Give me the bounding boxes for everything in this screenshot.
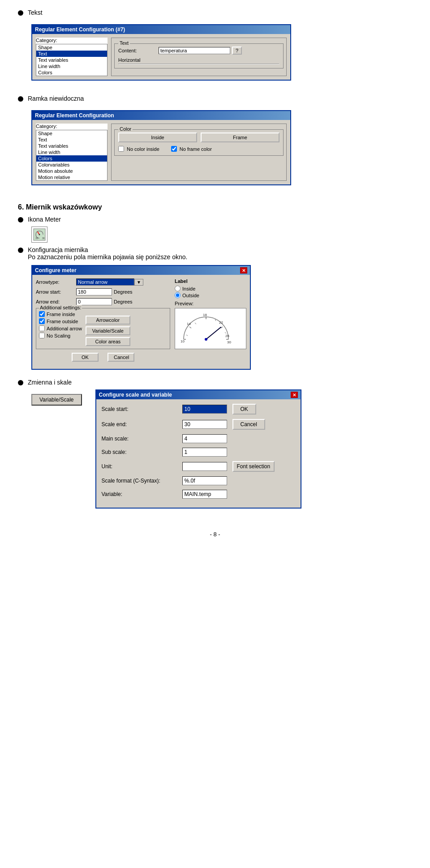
- tekst-label: Tekst: [28, 9, 43, 16]
- no-scaling-check[interactable]: [39, 333, 45, 338]
- frame-inside-item: Frame inside: [39, 311, 82, 317]
- d2-cat-textvars[interactable]: Text variables: [36, 143, 107, 149]
- cat-textvars[interactable]: Text variables: [36, 57, 107, 63]
- arrow-end-row: Arrow end: Degrees: [36, 298, 170, 305]
- unit-row: Unit: Font selection: [102, 461, 295, 472]
- additional-arrow-item: Additional arrow: [39, 325, 82, 331]
- arrow-end-label: Arrow end:: [36, 299, 76, 304]
- dialog2-title: Regular Element Configuration: [35, 112, 114, 119]
- scale-format-label: Scale format (C-Syntax):: [102, 478, 182, 484]
- meter-cancel-btn[interactable]: Cancel: [108, 353, 134, 362]
- dialog2-right-panel: Color Inside Frame No color inside No fr…: [111, 124, 287, 181]
- d2-cat-text[interactable]: Text: [36, 137, 107, 143]
- frame-outside-item: Frame outside: [39, 318, 82, 324]
- dialog1-content-label: Content:: [118, 48, 159, 53]
- konfiguracja-title: Konfiguracja miernika: [28, 246, 187, 253]
- meter-body: Arrowtype: Normal arrow ▼ Arrow start: D…: [32, 275, 250, 369]
- color-areas-btn[interactable]: Color areas: [86, 337, 130, 346]
- arrow-start-input[interactable]: [76, 288, 112, 295]
- preview-box: 10 14 18 22 26 30: [175, 308, 246, 349]
- variable-scale-btn2[interactable]: Variable/Scale: [86, 326, 130, 335]
- dialog1-layout: Category: Shape Text Text variables Line…: [36, 38, 287, 76]
- scale-title: Configure scale and variable: [99, 392, 172, 398]
- dialog1-horizontal-label: Horizontal: [118, 57, 141, 63]
- dialog2-titlebar: Regular Element Configuration: [32, 111, 290, 120]
- main-scale-row: Main scale:: [102, 434, 295, 443]
- scale-end-input[interactable]: [182, 420, 227, 429]
- dialog1-category-panel: Category: Shape Text Text variables Line…: [36, 38, 108, 76]
- main-scale-input[interactable]: [182, 434, 227, 443]
- d2-cat-motion-rel[interactable]: Motion relative: [36, 174, 107, 180]
- cat-text[interactable]: Text: [36, 51, 107, 57]
- arrowtype-row: Arrowtype: Normal arrow ▼: [36, 278, 170, 286]
- scale-start-label: Scale start:: [102, 406, 182, 412]
- dialog1-title: Regular Element Configuration (#7): [35, 26, 125, 33]
- scale-titlebar: Configure scale and variable ✕: [96, 390, 301, 399]
- arrow-start-row: Arrow start: Degrees: [36, 288, 170, 295]
- d2-cat-shape[interactable]: Shape: [36, 130, 107, 137]
- dialog2-no-color-label: No color inside: [127, 146, 159, 152]
- frame-inside-check[interactable]: [39, 311, 45, 317]
- sub-scale-input[interactable]: [182, 448, 227, 457]
- unit-input[interactable]: [182, 462, 227, 471]
- arrowtype-dropdown[interactable]: ▼: [134, 279, 143, 286]
- dialog2-layout: Category: Shape Text Text variables Line…: [36, 124, 287, 181]
- meter-close-btn[interactable]: ✕: [240, 267, 247, 274]
- d2-cat-colorvars[interactable]: Colorvariables: [36, 162, 107, 168]
- dialog2-frame-btn[interactable]: Frame: [201, 133, 280, 142]
- dialog2-category-label: Category:: [36, 124, 108, 129]
- outside-radio-label: Outside: [182, 293, 199, 298]
- arrow-end-input[interactable]: [76, 298, 112, 305]
- dialog2-no-color-row: No color inside No frame color: [118, 146, 280, 152]
- svg-point-2: [39, 234, 40, 235]
- sub-scale-label: Sub scale:: [102, 449, 182, 455]
- cat-shape[interactable]: Shape: [36, 44, 107, 51]
- scale-close-btn[interactable]: ✕: [291, 392, 298, 398]
- font-selection-btn[interactable]: Font selection: [232, 461, 275, 472]
- dialog1-group-legend: Text: [118, 40, 130, 46]
- arrowcolor-btn[interactable]: Arrowcolor: [86, 316, 130, 325]
- dialog2-no-color-check[interactable]: [118, 146, 124, 152]
- cancel-btn-scale[interactable]: Cancel: [232, 419, 265, 430]
- svg-line-10: [186, 335, 188, 336]
- no-scaling-item: No Scaling: [39, 333, 82, 338]
- variable-scale-main-btn[interactable]: Variable/Scale: [31, 394, 82, 406]
- cat-linewidth[interactable]: Line width: [36, 63, 107, 69]
- additional-inner: Frame inside Frame outside Additional ar…: [39, 311, 167, 346]
- bullet-dot2: [18, 96, 23, 102]
- meter-left: Arrowtype: Normal arrow ▼ Arrow start: D…: [36, 278, 170, 365]
- degrees2: Degrees: [114, 299, 133, 304]
- dialog2-inside-btn[interactable]: Inside: [118, 133, 197, 142]
- d2-cat-colors[interactable]: Colors: [36, 155, 107, 162]
- dialog1-content-input[interactable]: [159, 47, 230, 54]
- inside-radio[interactable]: [175, 286, 181, 291]
- meter-icon-svg: 10 30: [33, 228, 46, 241]
- konfiguracja-desc: Po zaznaczeniu pola miernika pojawia się…: [28, 253, 187, 261]
- meter-ok-btn[interactable]: OK: [72, 353, 99, 362]
- scale-format-row: Scale format (C-Syntax):: [102, 476, 295, 485]
- zmienna-label: Zmienna i skale: [28, 379, 72, 386]
- svg-line-11: [195, 323, 196, 324]
- bullet-dot: [18, 10, 23, 16]
- cat-colors[interactable]: Colors: [36, 69, 107, 76]
- zmienna-bullet: Zmienna i skale: [18, 379, 412, 386]
- d2-cat-motion-abs[interactable]: Motion absolute: [36, 168, 107, 174]
- additional-arrow-check[interactable]: [39, 325, 45, 331]
- arrowtype-select-group: Normal arrow ▼: [76, 278, 143, 286]
- ikona-label: Ikona Meter: [28, 216, 61, 223]
- outside-radio[interactable]: [175, 292, 181, 298]
- scale-format-input[interactable]: [182, 476, 227, 485]
- dialog2-no-frame-check[interactable]: [171, 146, 177, 152]
- frame-outside-check[interactable]: [39, 318, 45, 324]
- arrowtype-select[interactable]: Normal arrow: [76, 278, 134, 286]
- dialog1-question-btn[interactable]: ?: [232, 47, 242, 55]
- variable-input[interactable]: [182, 490, 227, 499]
- bullet-dot4: [18, 248, 23, 253]
- degrees1: Degrees: [114, 289, 133, 295]
- d2-cat-linewidth[interactable]: Line width: [36, 149, 107, 155]
- ok-btn-scale[interactable]: OK: [232, 404, 256, 415]
- scale-start-input[interactable]: [182, 405, 227, 414]
- outside-radio-row: Outside: [175, 292, 246, 298]
- svg-text:10: 10: [35, 237, 38, 239]
- scale-end-label: Scale end:: [102, 421, 182, 428]
